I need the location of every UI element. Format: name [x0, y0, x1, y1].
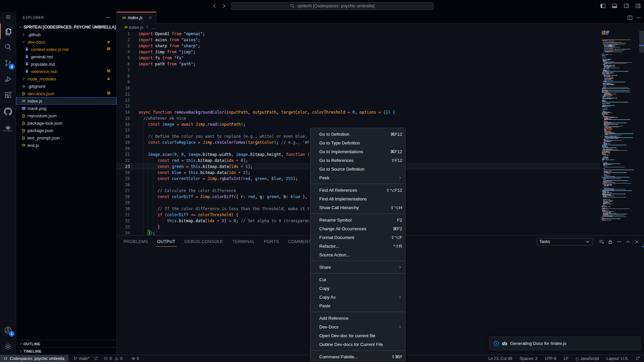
- lock-auto-scroll-icon[interactable]: [608, 239, 613, 244]
- ports-indicator[interactable]: 0: [129, 355, 142, 362]
- tree-item-node-modules[interactable]: node_modules: [16, 75, 116, 82]
- history-back-button[interactable]: [211, 2, 218, 10]
- panel-tab-problems[interactable]: PROBLEMS: [123, 236, 148, 248]
- close-panel-icon[interactable]: [634, 239, 639, 244]
- notification-toast[interactable]: Generating Docs for /index.js: [489, 337, 641, 350]
- status-notifications[interactable]: [633, 355, 642, 362]
- branch-indicator[interactable]: main*: [71, 355, 92, 362]
- tree-item-reference.md[interactable]: reference.mdM: [16, 68, 116, 75]
- sidebar-section-outline[interactable]: OUTLINE: [16, 340, 116, 347]
- tree-item-general.md[interactable]: general.md: [16, 53, 116, 60]
- tree-item-context-index.js.md[interactable]: context-index.js.mdM: [16, 46, 116, 53]
- tree-item-dev-docs.json[interactable]: {}dev-docs.jsonM: [16, 90, 116, 97]
- status-indentation[interactable]: Spaces: 2: [517, 355, 540, 362]
- activity-item-source-control[interactable]: 4: [0, 55, 16, 71]
- output-channel-select[interactable]: Tasks: [536, 238, 593, 245]
- search-icon: [290, 4, 295, 8]
- activity-item-dev-docs[interactable]: Dev-Docs: [0, 119, 16, 135]
- menu-item-change-all-occurrences[interactable]: Change All Occurrences⌘F2: [310, 224, 405, 233]
- menu-item-source-action[interactable]: Source Action...: [310, 250, 405, 259]
- menu-item-go-to-definition[interactable]: Go to Definition⌘F12: [310, 130, 405, 138]
- activity-item-explorer[interactable]: [0, 23, 16, 39]
- command-center[interactable]: spriteAI [Codespaces: psychic umbrella]: [231, 2, 434, 10]
- tree-item-.github[interactable]: .github: [16, 31, 116, 38]
- menu-item-rename-symbol[interactable]: Rename SymbolF2: [310, 216, 405, 224]
- menu-item-paste[interactable]: Paste: [310, 301, 405, 310]
- activity-item-search[interactable]: [0, 39, 16, 55]
- sync-indicator[interactable]: [92, 355, 101, 362]
- menu-item-open-dev-doc-for-current-file[interactable]: Open Dev-doc for current file: [310, 331, 405, 340]
- tree-item-.gitignore[interactable]: .gitignore: [16, 82, 116, 90]
- customize-layout-icon[interactable]: [634, 2, 642, 10]
- tree-item-mask.png[interactable]: mask.png: [16, 105, 116, 112]
- tree-item-package-lock.json[interactable]: {}package-lock.json: [16, 119, 116, 127]
- menu-item-find-all-references[interactable]: Find All References⇧⌥F12: [310, 186, 405, 194]
- tab-close-icon[interactable]: [148, 15, 153, 20]
- menu-item-dev-docs[interactable]: Dev-Docs: [310, 322, 405, 331]
- menu-item-copy[interactable]: Copy: [310, 284, 405, 293]
- menu-item-go-to-type-definition[interactable]: Go to Type Definition: [310, 138, 405, 147]
- status-language[interactable]: {}JavaScript: [573, 355, 602, 362]
- panel-tab-ports[interactable]: PORTS: [264, 236, 279, 248]
- tree-item-index.js[interactable]: JSindex.js: [16, 97, 116, 105]
- breadcrumb[interactable]: JS index.js …: [117, 23, 644, 31]
- menu-item-find-all-implementations[interactable]: Find All Implementations: [310, 194, 405, 203]
- menu-item-format-document[interactable]: Format Document⇧⌥F: [310, 233, 405, 242]
- history-forward-button[interactable]: [220, 2, 228, 10]
- clear-output-icon[interactable]: [599, 239, 604, 244]
- tree-item-spriteai-codespaces-psychic-umbrella-[interactable]: SPRITEAI [CODESPACES: PSYCHIC UMBRELLA]: [16, 23, 116, 31]
- menu-item-go-to-source-definition[interactable]: Go to Source Definition: [310, 165, 405, 173]
- panel-tab-output[interactable]: OUTPUT: [157, 236, 175, 248]
- editor-more-actions-icon[interactable]: [636, 15, 641, 20]
- activity-item-settings[interactable]: [0, 339, 16, 355]
- menu-item-label: Source Action...: [319, 252, 350, 257]
- panel-tab-debug-console[interactable]: DEBUG CONSOLE: [184, 236, 223, 248]
- status-eol[interactable]: LF: [561, 355, 571, 362]
- panel-more-actions-icon[interactable]: [616, 239, 622, 244]
- split-editor-icon[interactable]: [627, 15, 633, 20]
- tree-item-populate.md[interactable]: populate.md: [16, 60, 116, 68]
- sidebar-section-timeline[interactable]: TIMELINE: [16, 347, 116, 355]
- activity-item-extensions[interactable]: [0, 87, 16, 103]
- scrollbar-slider[interactable]: [639, 31, 644, 53]
- minimap[interactable]: [600, 31, 639, 235]
- tree-item-test-prompt.json[interactable]: {}test_prompt.json: [16, 134, 116, 141]
- editor-scrollbar[interactable]: [639, 31, 644, 235]
- tree-item-package.json[interactable]: {}package.json: [16, 127, 116, 134]
- menu-item-show-call-hierarchy[interactable]: Show Call Hierarchy⇧⌥H: [310, 203, 405, 212]
- menu-item-cut[interactable]: Cut: [310, 275, 405, 284]
- menu-item-command-palette[interactable]: Command Palette...⇧⌘P: [310, 352, 405, 361]
- menu-item-outline-dev-docs-for-current-file[interactable]: Outline Dev-docs for Current File: [310, 340, 405, 349]
- line-number: 25: [117, 176, 130, 182]
- toggle-sidebar-icon[interactable]: [598, 2, 607, 10]
- activity-item-run-debug[interactable]: [0, 71, 16, 87]
- toggle-panel-icon[interactable]: [610, 2, 619, 10]
- line-number: 13: [117, 103, 130, 109]
- remote-indicator[interactable]: Codespaces: psychic umbrella: [0, 355, 68, 362]
- menu-item-peek[interactable]: Peek: [310, 173, 405, 182]
- toggle-secondary-sidebar-icon[interactable]: [622, 2, 631, 10]
- menu-item-refactor[interactable]: Refactor...^⇧R: [310, 242, 405, 250]
- status-encoding[interactable]: UTF-8: [542, 355, 559, 362]
- maximize-panel-icon[interactable]: [626, 239, 631, 244]
- tree-item-mycustom.json[interactable]: {}mycustom.json: [16, 112, 116, 119]
- panel-tab-terminal[interactable]: TERMINAL: [232, 236, 255, 248]
- menu-item-share[interactable]: Share: [310, 263, 405, 272]
- activity-item-menu[interactable]: [0, 12, 16, 22]
- menu-item-add-reference[interactable]: Add Reference: [310, 314, 405, 322]
- activity-item-github[interactable]: [0, 104, 16, 120]
- status-cursor-position[interactable]: Ln 23, Col 49: [486, 355, 515, 362]
- breadcrumb-file[interactable]: index.js: [128, 25, 143, 30]
- bracket-match-highlight: [148, 230, 150, 235]
- menu-item-go-to-references[interactable]: Go to References⇧F12: [310, 156, 405, 165]
- problems-indicator[interactable]: 0 0: [101, 355, 124, 362]
- tab-index-js[interactable]: JS index.js: [117, 12, 157, 23]
- breadcrumb-symbol[interactable]: …: [151, 25, 156, 30]
- activity-item-accounts[interactable]: 1: [0, 322, 16, 338]
- status-layout[interactable]: Layout: U.S.: [604, 355, 631, 362]
- menu-item-go-to-implementations[interactable]: Go to Implementations⌘F12: [310, 147, 405, 156]
- tree-item-test.js[interactable]: JStest.js: [16, 141, 116, 149]
- explorer-more-actions-icon[interactable]: [106, 15, 111, 20]
- menu-item-copy-as[interactable]: Copy As: [310, 293, 405, 301]
- tree-item-dev-docs[interactable]: dev-docs: [16, 38, 116, 46]
